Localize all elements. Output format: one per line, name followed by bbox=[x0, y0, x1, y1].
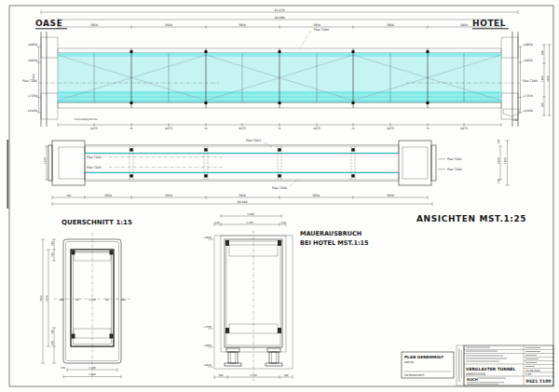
approval-sign-label: UNTERSCHRIFT bbox=[404, 373, 425, 377]
sidebar-strip bbox=[457, 345, 464, 385]
elevation-mark: +7250 bbox=[27, 94, 37, 98]
dim-label: 380 bbox=[219, 374, 224, 377]
dim-label: 190 bbox=[60, 299, 64, 302]
plan-ref-label: Plan T204 bbox=[87, 155, 102, 159]
plan-ref-label: Plan T200 bbox=[523, 79, 538, 83]
wall-opening-view: MAUERAUSBRUCH BEI HOTEL MST.1:15 1.690 1… bbox=[203, 213, 369, 382]
dim-label: 3950 bbox=[90, 23, 98, 27]
dim-label: 90 bbox=[75, 299, 79, 302]
dim-label: 4475 bbox=[165, 127, 172, 130]
dim-label: 75 bbox=[204, 128, 208, 130]
drawing-sheet: OASE HOTEL 490 21.470 bbox=[0, 0, 559, 392]
dim-label: 1800 bbox=[541, 75, 544, 82]
approval-title: PLAN GENEHMIGT bbox=[404, 355, 443, 359]
project-subtitle: ANSICHTEN bbox=[466, 372, 485, 376]
dim-label: 600 bbox=[51, 241, 54, 246]
plan-end-hotel bbox=[399, 141, 436, 185]
plan-bottom-dims: 780 3950 3950 3950 3950 3950 20.440 bbox=[52, 194, 432, 206]
approval-box: PLAN GENEHMIGT DATUM UNTERSCHRIFT bbox=[402, 352, 454, 378]
dim-label: 3950 bbox=[239, 23, 246, 27]
drawing-scale: 1:25 bbox=[525, 372, 532, 376]
dim-label: 3950 bbox=[104, 194, 112, 197]
plan-ref-label: Plan T205 bbox=[87, 166, 102, 169]
dim-label: 1800 bbox=[504, 157, 507, 164]
plan-ref-label: Plan T200 bbox=[314, 28, 329, 32]
dim-label: 190 bbox=[498, 179, 500, 183]
plan-view: Plan T203 Plan T200 Plan T204 Plan T205 … bbox=[44, 139, 510, 206]
elevation-mark: +9850 bbox=[203, 237, 211, 239]
cross-section-view: QUERSCHNITT 1:15 190 90 1.270 90 190 365… bbox=[40, 219, 132, 380]
dim-label: 20.440 bbox=[237, 200, 247, 204]
title-block: PLAN GENEHMIGT DATUM UNTERSCHRIFT VERGLA… bbox=[402, 345, 553, 385]
plan-rails bbox=[85, 145, 399, 182]
dim-label: 380 bbox=[284, 374, 289, 377]
dim-label: 3650 bbox=[40, 295, 43, 302]
elevation-mark: +9050 bbox=[27, 59, 37, 62]
dim-label: 75 bbox=[351, 128, 355, 130]
dim-label: 3950 bbox=[165, 194, 172, 197]
dim-label: 1140 bbox=[44, 157, 47, 164]
ansichten-title: ANSICHTEN MST.1:25 bbox=[416, 214, 526, 223]
dim-label: 1.690 bbox=[247, 213, 254, 216]
approval-date-label: DATUM bbox=[404, 360, 415, 364]
dim-label: 21.470 bbox=[274, 8, 284, 12]
dim-label: 1400 bbox=[498, 157, 500, 164]
dim-label: 190 bbox=[498, 139, 500, 143]
dim-label: 1.450 bbox=[246, 222, 253, 224]
elevation-mark: +9050 bbox=[523, 59, 533, 62]
plan-ref-label: Plan T200 bbox=[272, 186, 287, 190]
dim-label: 75 bbox=[130, 128, 133, 130]
dim-label: 3950 bbox=[239, 194, 246, 197]
elevation-mark: +6610 bbox=[203, 364, 211, 367]
project-title: VERGLASTER TUNNEL bbox=[466, 367, 516, 372]
elevation-mark: +9850 bbox=[523, 43, 533, 47]
wall-hotel bbox=[501, 32, 518, 127]
elevation-mark: +9850 bbox=[27, 43, 37, 47]
dim-label: 780 bbox=[66, 195, 71, 197]
dim-label: 3950 bbox=[313, 23, 320, 27]
dim-label: 800 bbox=[541, 102, 544, 107]
dim-label: 75 bbox=[426, 128, 429, 130]
dim-label: 490 bbox=[513, 119, 518, 122]
dim-label: 190 bbox=[121, 299, 126, 302]
hotel-label: HOTEL bbox=[472, 19, 506, 28]
cad-drawing: OASE HOTEL 490 21.470 bbox=[0, 0, 559, 392]
elevation-view: OASE HOTEL 490 21.470 bbox=[22, 8, 551, 130]
wall-oase bbox=[41, 32, 58, 127]
plan-ref-label: Plan T206 bbox=[22, 79, 37, 83]
mauerausbruch-title-1: MAUERAUSBRUCH bbox=[300, 230, 361, 237]
plan-ref-label: Plan T202 bbox=[447, 168, 462, 171]
elevation-bottom-dims: Verkleidung Bleche 4475 4475 4475 4475 4… bbox=[58, 118, 501, 130]
dim-label: 800 bbox=[541, 50, 544, 55]
dim-label: 3950 bbox=[460, 23, 468, 27]
dim-label: 1.380 bbox=[89, 367, 96, 370]
dim-label: 1.680 bbox=[89, 373, 96, 376]
dim-label: 120 bbox=[215, 222, 220, 224]
dim-label: 1.270 bbox=[89, 299, 96, 302]
elevation-mark: +6950 bbox=[203, 345, 211, 347]
plan-end-oase bbox=[48, 141, 85, 185]
dim-label: 4475 bbox=[90, 127, 98, 130]
glazed-tunnel: 490 bbox=[58, 48, 519, 122]
oase-label: OASE bbox=[35, 19, 62, 28]
dim-label: 4475 bbox=[387, 127, 394, 130]
dim-label: 3400 bbox=[547, 75, 550, 82]
firm-name: RUCH bbox=[467, 377, 478, 382]
plan-ref-label: Plan T201 bbox=[447, 157, 462, 161]
dim-label: 3950 bbox=[387, 194, 394, 197]
dim-label: 360 bbox=[51, 252, 54, 257]
sheet-number: 0521 T100 bbox=[525, 379, 551, 384]
mauerausbruch-title-2: BEI HOTEL MST.1:15 bbox=[300, 239, 369, 247]
dim-label: 4475 bbox=[460, 127, 468, 130]
dim-label: 4475 bbox=[313, 127, 320, 130]
dim-label: 2550 bbox=[33, 74, 35, 80]
dim-label: 4475 bbox=[239, 127, 246, 130]
plan-side-dims: 1140 190 1400 1800 190 bbox=[44, 139, 510, 185]
elevation-mark: +6450 bbox=[523, 109, 533, 113]
elevation-mark: +6450 bbox=[27, 109, 37, 113]
dim-label: 20.680 bbox=[274, 16, 284, 20]
dim-label: 3950 bbox=[312, 194, 320, 197]
plan-ref-label: Plan T203 bbox=[246, 139, 261, 142]
elevation-mark: +7250 bbox=[523, 94, 533, 98]
dim-label: 120 bbox=[281, 222, 286, 224]
